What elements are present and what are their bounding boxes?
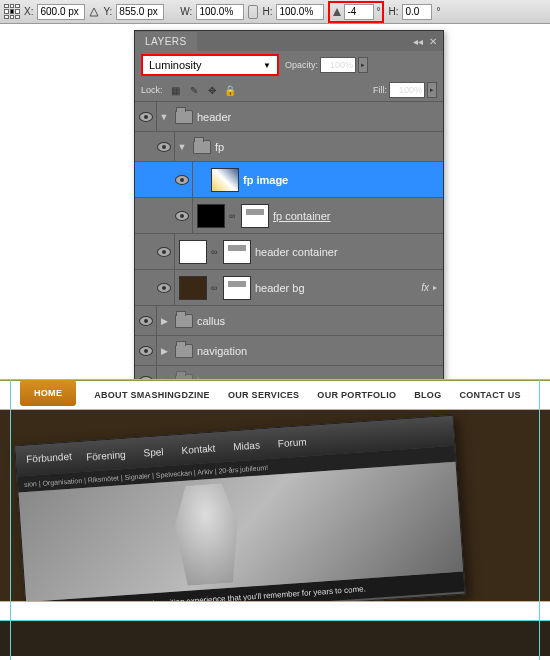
panel-close-icon[interactable]: ✕ [429,36,437,47]
website-mockup-canvas: HOME ABOUT SMASHINGDZINE OUR SERVICES OU… [0,380,550,660]
layer-fp-image[interactable]: fp image [135,161,443,197]
nav-home[interactable]: HOME [20,380,76,406]
lock-fill-row: Lock: ▦ ✎ ✥ 🔒 Fill: 100% ▸ [135,79,443,101]
fx-disclosure-icon[interactable]: ▸ [433,283,437,292]
hero-footer-strip [0,602,550,620]
x-field[interactable] [37,4,85,20]
blend-opacity-row: Luminosity ▼ Opacity: 100% ▸ [135,51,443,79]
layer-group-fp[interactable]: ▼ fp [135,131,443,161]
lock-transparency-icon[interactable]: ▦ [169,83,183,97]
nav-portfolio[interactable]: OUR PORTFOLIO [317,390,396,400]
opacity-label: Opacity: [285,60,318,70]
visibility-icon[interactable] [139,316,153,326]
rotate-field[interactable] [344,4,374,20]
nav-blog[interactable]: BLOG [414,390,441,400]
x-label: X: [24,6,33,17]
nav-services[interactable]: OUR SERVICES [228,390,299,400]
footer-strip [0,620,550,656]
chevron-down-icon: ▼ [263,61,271,70]
hn-forum: Forum [277,436,307,449]
link-wh-icon[interactable] [248,5,258,19]
vector-mask-thumbnail[interactable] [241,204,269,228]
disclosure-open-icon[interactable]: ▼ [157,112,171,122]
disclosure-closed-icon[interactable]: ▶ [157,316,171,326]
visibility-icon[interactable] [157,142,171,152]
vector-mask-thumbnail[interactable] [223,240,251,264]
visibility-icon[interactable] [157,283,171,293]
disclosure-closed-icon[interactable]: ▶ [157,346,171,356]
hn-forbundet: Förbundet [26,451,72,465]
visibility-icon[interactable] [175,175,189,185]
skew-h-field[interactable] [402,4,432,20]
layer-group-navigation[interactable]: ▶ navigation [135,335,443,365]
hero-area: Förening Spel Kontakt Midas Forum Förbun… [0,410,550,620]
folder-icon [193,140,211,154]
hn-kontakt: Kontakt [181,442,216,455]
guide-vertical[interactable] [10,380,11,660]
y-field[interactable] [116,4,164,20]
delta-icon[interactable] [89,7,99,17]
panel-header: LAYERS ◂◂ ✕ [135,31,443,51]
guide-vertical[interactable] [539,380,540,660]
skew-h-label: H: [388,6,398,17]
lock-label: Lock: [141,85,163,95]
visibility-icon[interactable] [157,247,171,257]
h-label: H: [262,6,272,17]
lock-image-icon[interactable]: ✎ [187,83,201,97]
hn-spel: Spel [143,446,164,458]
layer-header-container[interactable]: ∞ header container [135,233,443,269]
layer-thumbnail[interactable] [197,204,225,228]
visibility-icon[interactable] [139,112,153,122]
hn-forening: Förening [86,448,126,462]
layer-list: ▼ header ▼ fp fp image ∞ fp container ∞ [135,101,443,395]
layers-panel: LAYERS ◂◂ ✕ Luminosity ▼ Opacity: 100% ▸… [134,30,444,396]
fill-field[interactable]: 100% [389,82,425,98]
w-label: W: [180,6,192,17]
layer-thumbnail[interactable] [179,240,207,264]
layer-group-callus[interactable]: ▶ callus [135,305,443,335]
blend-mode-value: Luminosity [149,59,202,71]
disclosure-open-icon[interactable]: ▼ [175,142,189,152]
link-chain-icon[interactable]: ∞ [211,283,219,293]
reference-point-icon[interactable] [4,4,20,20]
link-chain-icon[interactable]: ∞ [211,247,219,257]
h-field[interactable] [276,4,324,20]
hn-midas: Midas [233,439,260,452]
fill-label: Fill: [373,85,387,95]
nav-contact[interactable]: CONTACT US [459,390,520,400]
layers-tab[interactable]: LAYERS [135,32,197,51]
panel-collapse-icon[interactable]: ◂◂ [413,36,423,47]
folder-icon [175,110,193,124]
layer-group-header[interactable]: ▼ header [135,101,443,131]
folder-icon [175,344,193,358]
rotate-unit: ° [376,6,380,17]
layer-thumbnail[interactable] [179,276,207,300]
lock-all-icon[interactable]: 🔒 [223,83,237,97]
fx-badge[interactable]: fx [421,282,429,293]
layer-fp-container[interactable]: ∞ fp container [135,197,443,233]
site-nav-bar: HOME ABOUT SMASHINGDZINE OUR SERVICES OU… [0,380,550,410]
vector-mask-thumbnail[interactable] [223,276,251,300]
layer-header-bg[interactable]: ∞ header bg fx ▸ [135,269,443,305]
lock-position-icon[interactable]: ✥ [205,83,219,97]
link-chain-icon[interactable]: ∞ [229,211,237,221]
y-label: Y: [103,6,112,17]
hero-rotated-image[interactable]: Förening Spel Kontakt Midas Forum Förbun… [14,415,465,620]
skew-h-unit: ° [436,6,440,17]
folder-icon [175,314,193,328]
hero-figure [159,481,256,587]
rotate-icon[interactable] [332,7,342,17]
transform-options-bar: X: Y: W: H: ° H: ° [0,0,550,24]
layer-thumbnail[interactable] [211,168,239,192]
blend-mode-select[interactable]: Luminosity ▼ [141,54,279,76]
rotate-group-highlight: ° [328,1,384,23]
fill-slider-icon[interactable]: ▸ [427,82,437,98]
visibility-icon[interactable] [175,211,189,221]
visibility-icon[interactable] [139,346,153,356]
opacity-slider-icon[interactable]: ▸ [358,57,368,73]
opacity-field[interactable]: 100% [320,57,356,73]
nav-about[interactable]: ABOUT SMASHINGDZINE [94,390,210,400]
w-field[interactable] [196,4,244,20]
